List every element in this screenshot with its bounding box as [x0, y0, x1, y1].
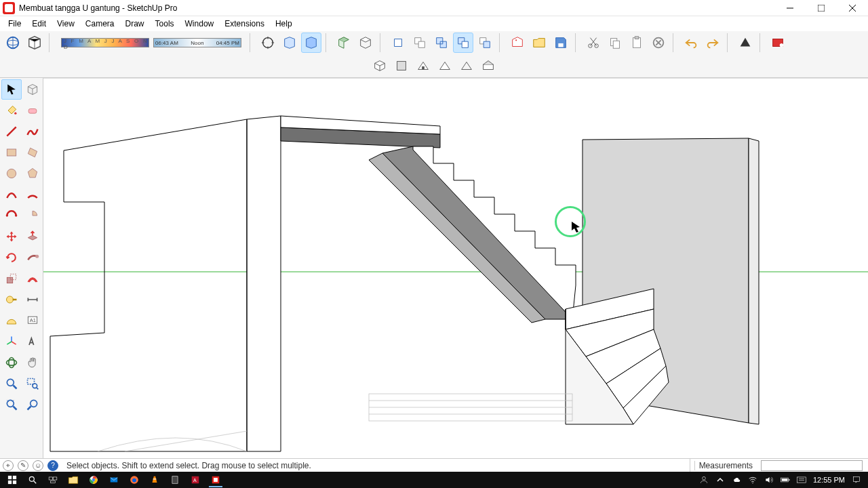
back-view-icon[interactable]: [456, 56, 477, 76]
notifications-icon[interactable]: [852, 475, 861, 485]
autocad-icon[interactable]: A: [186, 472, 205, 487]
system-tray[interactable]: 12:55 PM: [699, 475, 865, 485]
maximize-button[interactable]: [806, 0, 837, 16]
top-view-icon[interactable]: [391, 56, 412, 76]
freehand-tool[interactable]: [22, 121, 43, 142]
calculator-icon[interactable]: [165, 472, 184, 487]
vlc-icon[interactable]: [145, 472, 164, 487]
select-tool[interactable]: [1, 79, 22, 100]
front-view-icon[interactable]: [413, 56, 433, 76]
rotated-rectangle-tool[interactable]: [22, 142, 43, 163]
2point-arc-tool[interactable]: [22, 184, 43, 205]
orbit-tool[interactable]: [1, 352, 22, 373]
rectangle-tool[interactable]: [1, 142, 22, 163]
polygon-tool[interactable]: [22, 163, 43, 184]
people-icon[interactable]: [699, 475, 709, 485]
arc-tool[interactable]: [1, 184, 22, 205]
position-camera-icon[interactable]: [258, 33, 278, 53]
walk-icon[interactable]: [301, 33, 321, 53]
eraser-tool[interactable]: [22, 100, 43, 121]
undo-icon[interactable]: [681, 33, 701, 53]
mail-icon[interactable]: [104, 472, 123, 487]
file-explorer-icon[interactable]: [64, 472, 83, 487]
shadow-time-slider[interactable]: 06:43 AM Noon 04:45 PM: [153, 38, 241, 47]
shadow-date-slider[interactable]: J F M A M J J A S O N D: [61, 38, 149, 47]
push-pull-tool[interactable]: [22, 226, 43, 247]
search-button[interactable]: [23, 472, 42, 487]
axes-tool[interactable]: [1, 331, 22, 352]
geo-location-icon[interactable]: [3, 33, 23, 53]
extension-warehouse-icon[interactable]: [768, 33, 788, 53]
protractor-tool[interactable]: [1, 310, 22, 331]
3d-text-tool[interactable]: [22, 331, 43, 352]
keyboard-icon[interactable]: [797, 475, 806, 485]
save-file-icon[interactable]: [551, 33, 571, 53]
zoom-window-tool[interactable]: [22, 373, 43, 394]
text-tool[interactable]: A1: [22, 310, 43, 331]
menu-view[interactable]: View: [52, 18, 80, 30]
chrome-icon[interactable]: [84, 472, 103, 487]
outer-shell-icon[interactable]: [388, 33, 408, 53]
dimension-tool[interactable]: [22, 289, 43, 310]
shadows-timeline[interactable]: J F M A M J J A S O N D 06:43 AM Noon 04…: [61, 38, 241, 47]
menu-file[interactable]: File: [3, 18, 26, 30]
follow-me-tool[interactable]: [22, 247, 43, 268]
look-around-icon[interactable]: [279, 33, 300, 53]
zoom-tool[interactable]: [1, 373, 22, 394]
menu-help[interactable]: Help: [270, 18, 298, 30]
paint-bucket-tool[interactable]: [1, 100, 22, 121]
iso-view-icon[interactable]: [370, 56, 390, 76]
measurements-input[interactable]: [761, 460, 863, 471]
volume-icon[interactable]: [764, 475, 774, 485]
sketchup-taskbar-icon[interactable]: [206, 472, 225, 487]
onedrive-icon[interactable]: [732, 475, 741, 485]
make-component-tool[interactable]: [22, 79, 43, 100]
copy-icon[interactable]: [605, 33, 625, 53]
3d-warehouse-icon[interactable]: [507, 33, 528, 53]
right-view-icon[interactable]: [435, 56, 455, 76]
menu-extensions[interactable]: Extensions: [219, 18, 270, 30]
line-tool[interactable]: [1, 121, 22, 142]
zoom-extents-tool[interactable]: [1, 394, 22, 415]
menu-window[interactable]: Window: [180, 18, 220, 30]
status-geo-icon[interactable]: ⌖: [3, 460, 14, 471]
trim-icon[interactable]: [475, 33, 495, 53]
firefox-icon[interactable]: [125, 472, 144, 487]
task-view-button[interactable]: [43, 472, 62, 487]
status-help-icon[interactable]: ?: [47, 460, 58, 471]
close-button[interactable]: [837, 0, 868, 16]
menu-edit[interactable]: Edit: [26, 18, 52, 30]
start-button[interactable]: [3, 472, 22, 487]
menu-tools[interactable]: Tools: [150, 18, 180, 30]
battery-icon[interactable]: [781, 475, 790, 485]
move-tool[interactable]: [1, 226, 22, 247]
3point-arc-tool[interactable]: [1, 205, 22, 226]
pan-tool[interactable]: [22, 352, 43, 373]
status-user-icon[interactable]: ☺: [33, 460, 43, 471]
section-plane-icon[interactable]: [334, 33, 354, 53]
tape-measure-tool[interactable]: [1, 289, 22, 310]
circle-tool[interactable]: [1, 163, 22, 184]
wifi-icon[interactable]: [748, 475, 757, 485]
rotate-tool[interactable]: [1, 247, 22, 268]
union-icon[interactable]: [431, 33, 452, 53]
pie-tool[interactable]: [22, 205, 43, 226]
offset-tool[interactable]: [22, 268, 43, 289]
menu-camera[interactable]: Camera: [80, 18, 120, 30]
paste-icon[interactable]: [627, 33, 647, 53]
model-viewport[interactable]: [43, 78, 868, 458]
cut-icon[interactable]: [583, 33, 604, 53]
menu-draw[interactable]: Draw: [120, 18, 150, 30]
status-credits-icon[interactable]: ✎: [18, 460, 28, 471]
delete-icon[interactable]: [648, 33, 669, 53]
minimize-button[interactable]: [774, 0, 806, 16]
tray-chevron-icon[interactable]: [715, 475, 725, 485]
intersect-icon[interactable]: [410, 33, 430, 53]
scale-tool[interactable]: [1, 268, 22, 289]
taskbar-clock[interactable]: 12:55 PM: [813, 476, 845, 484]
section-display-icon[interactable]: [355, 33, 376, 53]
subtract-icon[interactable]: [453, 33, 473, 53]
left-view-icon[interactable]: [478, 56, 498, 76]
open-file-icon[interactable]: [529, 33, 549, 53]
send-to-layout-icon[interactable]: [735, 33, 755, 53]
